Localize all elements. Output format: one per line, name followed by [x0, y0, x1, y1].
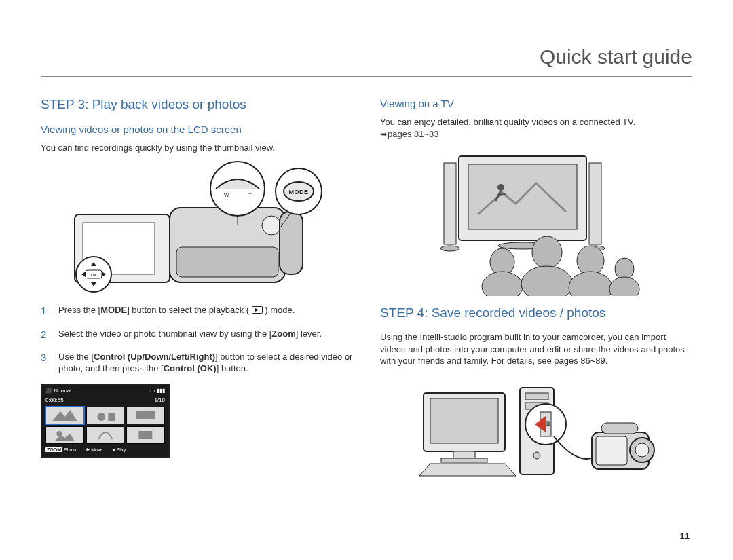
lcd-count: 1/10 [154, 397, 165, 405]
svg-rect-24 [108, 413, 115, 421]
svg-point-23 [97, 413, 105, 421]
svg-rect-12 [280, 212, 303, 274]
list-item: 2 Select the video or photo thumbnail vi… [41, 328, 353, 341]
camcorder-svg: OK W T [68, 160, 326, 296]
viewing-tv-heading: Viewing on a TV [380, 97, 692, 111]
thumbnail [126, 426, 165, 444]
svg-point-40 [532, 236, 562, 269]
lcd-normal-label: 🎥 Normal [45, 388, 71, 395]
svg-rect-49 [441, 458, 487, 462]
tv-family-illustration [380, 147, 692, 296]
thumbnail [126, 407, 165, 424]
svg-rect-33 [444, 163, 456, 244]
thumbnail [45, 426, 84, 444]
camcorder-illustration: OK W T [41, 160, 353, 296]
svg-point-45 [609, 277, 639, 296]
svg-point-41 [521, 266, 573, 296]
svg-rect-63 [601, 423, 638, 434]
step3-heading: STEP 3: Play back videos or photos [41, 96, 353, 113]
step-number: 2 [41, 328, 50, 341]
svg-rect-27 [139, 431, 153, 439]
list-item: 1 Press the [MODE] button to select the … [41, 304, 353, 318]
step-text: Select the video or photo thumbnail view… [58, 328, 322, 341]
svg-rect-10 [176, 247, 278, 277]
svg-point-39 [482, 272, 523, 296]
step4-text: Using the Intelli-studio program built i… [380, 331, 692, 367]
svg-line-32 [497, 194, 506, 195]
svg-rect-60 [596, 436, 627, 465]
svg-point-30 [497, 184, 504, 191]
viewing-tv-ref: ➥pages 81~83 [380, 129, 439, 139]
svg-point-11 [262, 216, 281, 235]
thumbnail-selected [45, 407, 84, 424]
step3-list: 1 Press the [MODE] button to select the … [41, 304, 353, 375]
thumbnail [86, 407, 125, 424]
lcd-zoom: ZOOM Photo [45, 447, 76, 453]
step-text: Press the [MODE] button to select the pl… [58, 304, 295, 318]
computer-transfer-illustration [380, 374, 692, 489]
lcd-top-row: 🎥 Normal ▭ ▮▮▮ [45, 388, 165, 395]
step3-intro: You can find recordings quickly by using… [41, 142, 353, 154]
right-column: Viewing on a TV You can enjoy detailed, … [380, 96, 692, 495]
svg-point-35 [440, 246, 459, 251]
page-title: Quick start guide [540, 43, 692, 71]
mode-label: MODE [289, 189, 309, 195]
svg-marker-50 [419, 464, 516, 476]
svg-point-62 [635, 443, 649, 457]
svg-rect-48 [453, 451, 475, 458]
manual-page: Quick start guide STEP 3: Play back vide… [0, 0, 733, 560]
svg-rect-34 [589, 163, 601, 244]
svg-point-42 [577, 246, 604, 276]
viewing-tv-text: You can enjoy detailed, brilliant qualit… [380, 116, 692, 140]
lcd-thumbnails [45, 407, 165, 444]
thumbnail [86, 426, 125, 444]
svg-rect-47 [430, 398, 498, 443]
step4-heading: STEP 4: Save recorded videos / photos [380, 304, 692, 322]
page-header: Quick start guide [41, 27, 692, 77]
lcd-battery-icon: ▭ ▮▮▮ [150, 388, 165, 395]
svg-text:OK: OK [91, 273, 97, 277]
svg-point-43 [569, 272, 612, 296]
playback-icon [252, 306, 263, 314]
step-number: 1 [41, 304, 50, 318]
lcd-time: 0:00:55 [45, 397, 64, 405]
page-number: 11 [680, 530, 690, 542]
svg-rect-52 [525, 393, 548, 400]
svg-point-44 [615, 258, 634, 280]
svg-point-54 [533, 452, 540, 459]
svg-text:T: T [248, 192, 252, 198]
step-number: 3 [41, 351, 50, 375]
step3-subheading: Viewing videos or photos on the LCD scre… [41, 123, 353, 136]
two-column-layout: STEP 3: Play back videos or photos Viewi… [41, 96, 692, 495]
lcd-bottom-row: ZOOM Photo ✥ Move ● Play [45, 447, 165, 453]
lcd-time-row: 0:00:55 1/10 [45, 397, 165, 405]
svg-marker-22 [52, 410, 77, 421]
lcd-play: ● Play [112, 447, 126, 453]
left-column: STEP 3: Play back videos or photos Viewi… [41, 96, 353, 495]
svg-text:W: W [224, 192, 229, 198]
lcd-move: ✥ Move [86, 447, 102, 453]
list-item: 3 Use the [Control (Up/Down/Left/Right)]… [41, 351, 353, 375]
svg-rect-25 [136, 411, 155, 419]
step-text: Use the [Control (Up/Down/Left/Right)] b… [58, 351, 353, 375]
lcd-screen-mock: 🎥 Normal ▭ ▮▮▮ 0:00:55 1/10 [41, 384, 170, 458]
